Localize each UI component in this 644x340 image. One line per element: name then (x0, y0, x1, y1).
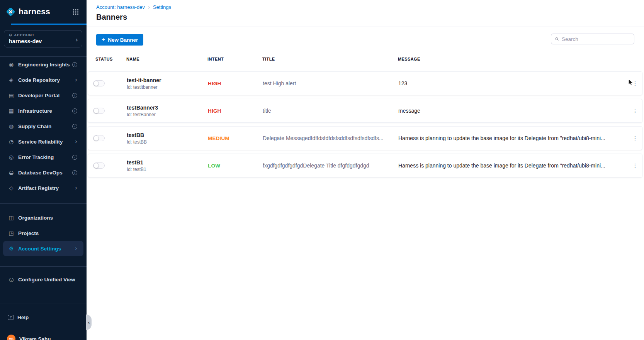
status-toggle[interactable] (93, 108, 105, 114)
sidebar-item-database-devops[interactable]: ◒ Database DevOps i (0, 165, 87, 180)
sidebar-item-developer-portal[interactable]: ▤ Developer Portal i (0, 88, 87, 103)
sidebar-item-artifact-registry[interactable]: ◇ Artifact Registry › (0, 180, 87, 196)
page-header: Account: harness-dev › Settings Banners (87, 0, 644, 27)
code-repository-icon: ◈ (8, 77, 15, 83)
account-selector[interactable]: ⊜ ACCOUNT harness-dev › (4, 30, 82, 47)
column-header-title: TITLE (262, 57, 398, 61)
info-icon[interactable]: i (72, 108, 77, 113)
chevron-right-icon: › (75, 76, 77, 83)
sidebar-item-service-reliability[interactable]: ◔ Service Reliability › (0, 134, 87, 149)
sidebar: harness ⊜ ACCOUNT harness-dev › ◉ Engine… (0, 0, 87, 340)
banner-id: Id: testitbanner (127, 85, 208, 90)
sidebar-item-organizations[interactable]: ◫ Organizations (0, 210, 87, 225)
sidebar-item-label: Projects (18, 230, 77, 236)
toggle-knob (93, 135, 99, 141)
chevron-right-icon: › (75, 36, 78, 44)
new-banner-label: New Banner (108, 37, 138, 43)
banner-intent: HIGH (208, 108, 263, 114)
info-icon[interactable]: i (72, 62, 77, 67)
banner-message: Harness is planning to update the base i… (398, 162, 628, 169)
sidebar-item-infrastructure[interactable]: ▦ Infrastructure i (0, 103, 87, 118)
database-devops-icon: ◒ (8, 169, 15, 176)
column-header-intent: INTENT (207, 57, 262, 61)
column-header-status: STATUS (95, 57, 126, 61)
sidebar-item-label: Developer Portal (18, 93, 72, 98)
infrastructure-icon: ▦ (8, 108, 15, 114)
artifact-registry-icon: ◇ (8, 185, 15, 191)
sidebar-item-account-settings[interactable]: ⚙ Account Settings › (3, 241, 83, 256)
organizations-icon: ◫ (8, 215, 15, 221)
account-eyebrow: ⊜ ACCOUNT (9, 33, 78, 37)
account-icon: ⊜ (9, 33, 12, 37)
table-row[interactable]: testBanner3 Id: testBanner HIGH title me… (88, 99, 642, 123)
sidebar-item-supply-chain[interactable]: ◍ Supply Chain i (0, 118, 87, 134)
sidebar-nav: ◉ Engineering Insights i ◈ Code Reposito… (0, 57, 87, 287)
app-grid-icon[interactable] (73, 9, 79, 17)
banner-id: Id: testBB (127, 139, 208, 145)
table-row[interactable]: testB1 Id: testB1 LOW fxgdfgdfgdfgdfgdDe… (88, 154, 642, 178)
toggle-knob (93, 81, 99, 86)
table-row[interactable]: test-it-banner Id: testitbanner HIGH tes… (88, 71, 642, 95)
banner-id: Id: testBanner (127, 112, 208, 117)
banner-title: Delegate Messagedfdffdsfdfdsfsddfsdfsdfs… (263, 135, 398, 141)
sidebar-item-label: Infrastructure (18, 108, 72, 114)
sidebar-item-label: Account Settings (18, 246, 75, 252)
nav-active-underline (11, 24, 87, 25)
status-toggle[interactable] (93, 80, 105, 86)
divider (0, 266, 87, 267)
banner-intent: HIGH (208, 81, 263, 86)
gear-icon: ⚙ (8, 245, 15, 252)
banner-name: testB1 (127, 159, 208, 166)
table-header: STATUS NAME INTENT TITLE MESSAGE (88, 54, 642, 64)
sidebar-item-code-repository[interactable]: ◈ Code Repository › (0, 72, 87, 88)
sidebar-item-help[interactable]: ? Help (0, 310, 87, 325)
info-icon[interactable]: i (72, 124, 77, 129)
info-icon[interactable]: i (72, 170, 77, 175)
new-banner-button[interactable]: + New Banner (96, 34, 143, 46)
banner-intent: LOW (208, 163, 263, 169)
breadcrumb-account-link[interactable]: Account: harness-dev (96, 4, 145, 10)
sidebar-item-label: Engineering Insights (18, 62, 72, 68)
banner-message: 123 (398, 80, 628, 86)
user-menu[interactable]: VS Vikram Sahu (0, 331, 87, 340)
breadcrumb-separator-icon: › (148, 4, 150, 10)
plus-icon: + (102, 37, 105, 43)
help-icon: ? (8, 315, 14, 320)
banner-title: fxgdfgdfgdfgdfgdDelegate Title dfgfdgdfg… (263, 162, 398, 169)
search-box[interactable] (551, 34, 634, 44)
toggle-knob (93, 108, 99, 113)
search-input[interactable] (562, 36, 630, 42)
row-menu-button[interactable]: ⋮ (628, 163, 642, 168)
status-toggle[interactable] (93, 162, 105, 169)
info-icon[interactable]: i (72, 155, 77, 160)
sidebar-item-engineering-insights[interactable]: ◉ Engineering Insights i (0, 57, 87, 72)
breadcrumb: Account: harness-dev › Settings (96, 4, 171, 10)
breadcrumb-settings-link[interactable]: Settings (153, 4, 171, 10)
row-menu-button[interactable]: ⋮ (628, 108, 642, 113)
banner-name: testBanner3 (127, 105, 208, 111)
sidebar-item-label: Database DevOps (18, 170, 72, 176)
banner-message: Harness is planning to update the base i… (398, 135, 628, 141)
sidebar-item-label: Error Tracking (18, 154, 72, 160)
developer-portal-icon: ▤ (8, 92, 15, 98)
row-menu-button[interactable]: ⋮ (628, 81, 642, 86)
supply-chain-icon: ◍ (8, 123, 15, 129)
status-toggle[interactable] (93, 135, 105, 141)
banner-title: test High alert (263, 80, 398, 86)
harness-logo-icon (5, 7, 16, 17)
chevron-right-icon: › (75, 138, 77, 145)
sidebar-item-projects[interactable]: ◳ Projects (0, 225, 87, 241)
info-icon[interactable]: i (72, 93, 77, 98)
row-menu-button[interactable]: ⋮ (628, 135, 642, 141)
table-row[interactable]: testBB Id: testBB MEDIUM Delegate Messag… (88, 126, 642, 150)
sidebar-item-configure-unified-view[interactable]: ◶ Configure Unified View (0, 272, 87, 287)
chevron-right-icon: › (75, 184, 77, 191)
configure-unified-view-icon: ◶ (8, 276, 15, 282)
account-label: ACCOUNT (14, 33, 34, 37)
avatar: VS (7, 335, 15, 340)
sidebar-item-label: Code Repository (18, 77, 75, 83)
sidebar-item-error-tracking[interactable]: ◎ Error Tracking i (0, 149, 87, 165)
projects-icon: ◳ (8, 230, 15, 236)
banner-intent: MEDIUM (208, 135, 263, 141)
brand-name: harness (19, 7, 50, 16)
